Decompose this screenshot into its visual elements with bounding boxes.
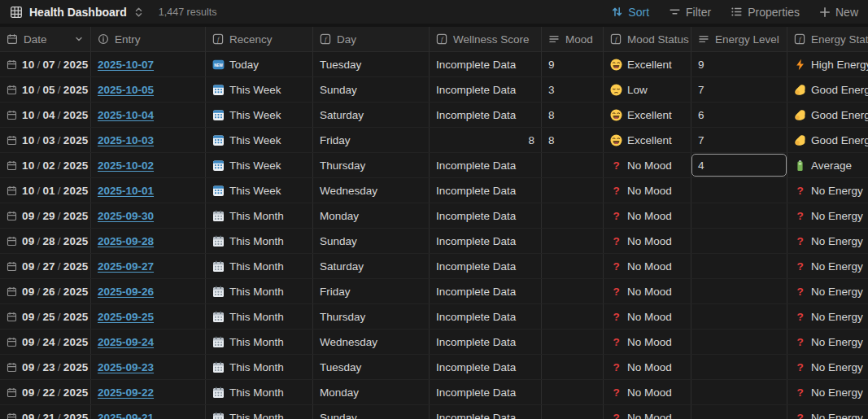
cell-mood-status[interactable]: ?No Mood [604, 178, 691, 203]
cell-mood-status[interactable]: ?No Mood [604, 254, 691, 278]
cell-date[interactable]: 09/22/2025 [0, 380, 91, 404]
cell-energy-level[interactable]: 7 [691, 77, 787, 102]
column-header-entry[interactable]: Entry [91, 27, 206, 51]
cell-mood-status[interactable]: ?No Mood [604, 153, 691, 177]
cell-energy-status[interactable]: Good Energy [787, 103, 868, 127]
cell-entry[interactable]: 2025-10-05 [91, 77, 206, 102]
column-header-energy-status[interactable]: fEnergy Status [787, 27, 868, 51]
cell-energy-status[interactable]: Average [787, 153, 868, 177]
cell-wellness-score[interactable]: Incomplete Data [430, 279, 542, 303]
cell-entry[interactable]: 2025-10-01 [91, 178, 206, 203]
cell-energy-status[interactable]: ?No Energy [787, 304, 868, 329]
cell-recency[interactable]: This Week [206, 178, 313, 203]
cell-mood-status[interactable]: ?No Mood [604, 229, 691, 253]
cell-entry[interactable]: 2025-09-22 [91, 380, 206, 404]
cell-day[interactable]: Monday [313, 203, 430, 228]
column-header-energy-level[interactable]: Energy Level [691, 27, 787, 51]
cell-mood[interactable] [542, 380, 604, 404]
cell-energy-status[interactable]: ?No Energy [787, 330, 868, 354]
cell-mood[interactable] [542, 254, 604, 278]
cell-date[interactable]: 10/05/2025 [0, 77, 91, 102]
cell-energy-level[interactable] [691, 330, 787, 354]
column-header-wellness-score[interactable]: fWellness Score [430, 27, 542, 51]
cell-entry[interactable]: 2025-09-23 [91, 355, 206, 379]
cell-entry[interactable]: 2025-10-04 [91, 103, 206, 127]
cell-energy-status[interactable]: ?No Energy [787, 229, 868, 253]
cell-energy-status[interactable]: Good Energy [787, 128, 868, 152]
cell-wellness-score[interactable]: Incomplete Data [430, 229, 542, 253]
cell-wellness-score[interactable]: Incomplete Data [430, 380, 542, 404]
cell-date[interactable]: 10/01/2025 [0, 178, 91, 203]
cell-energy-level-selected[interactable]: 4 [691, 153, 787, 177]
cell-recency[interactable]: This Month [206, 203, 313, 228]
cell-mood-status[interactable]: Excellent [604, 103, 691, 127]
properties-button[interactable]: Properties [731, 6, 800, 19]
cell-recency[interactable]: This Month [206, 380, 313, 404]
entry-link[interactable]: 2025-10-04 [98, 109, 154, 121]
cell-wellness-score[interactable]: Incomplete Data [430, 52, 542, 76]
cell-day[interactable]: Thursday [313, 153, 430, 177]
cell-energy-status[interactable]: ?No Energy [787, 380, 868, 404]
cell-recency[interactable]: This Week [206, 77, 313, 102]
entry-link[interactable]: 2025-09-26 [98, 286, 154, 298]
cell-mood[interactable] [542, 330, 604, 354]
cell-day[interactable]: Sunday [313, 77, 430, 102]
cell-mood-status[interactable]: ?No Mood [604, 330, 691, 354]
cell-mood[interactable] [542, 153, 604, 177]
cell-recency[interactable]: This Month [206, 330, 313, 354]
cell-energy-status[interactable]: ?No Energy [787, 254, 868, 278]
entry-link[interactable]: 2025-10-02 [98, 159, 154, 172]
entry-link[interactable]: 2025-09-23 [98, 361, 154, 373]
cell-date[interactable]: 09/26/2025 [0, 279, 91, 303]
cell-energy-status[interactable]: ?No Energy [787, 178, 868, 203]
cell-wellness-score[interactable]: Incomplete Data [430, 178, 542, 203]
cell-date[interactable]: 09/29/2025 [0, 203, 91, 228]
cell-entry[interactable]: 2025-09-21 [91, 405, 206, 419]
cell-day[interactable]: Tuesday [313, 355, 430, 379]
cell-energy-level[interactable] [691, 355, 787, 379]
cell-date[interactable]: 09/23/2025 [0, 355, 91, 379]
cell-energy-level[interactable] [691, 405, 787, 419]
view-switcher-icon[interactable] [133, 7, 144, 18]
cell-mood-status[interactable]: ?No Mood [604, 203, 691, 228]
cell-energy-level[interactable] [691, 254, 787, 278]
column-header-mood[interactable]: Mood [542, 27, 604, 51]
cell-mood[interactable] [542, 178, 604, 203]
entry-link[interactable]: 2025-09-27 [98, 260, 154, 273]
entry-link[interactable]: 2025-09-22 [98, 386, 154, 399]
cell-date[interactable]: 10/02/2025 [0, 153, 91, 177]
cell-recency[interactable]: This Month [206, 355, 313, 379]
cell-mood-status[interactable]: Excellent [604, 52, 691, 76]
cell-mood[interactable] [542, 355, 604, 379]
cell-mood-status[interactable]: ?No Mood [604, 355, 691, 379]
cell-mood-status[interactable]: ?No Mood [604, 380, 691, 404]
cell-energy-status[interactable]: High Energy [787, 52, 868, 76]
cell-day[interactable]: Thursday [313, 304, 430, 329]
entry-link[interactable]: 2025-10-03 [98, 134, 154, 146]
cell-recency[interactable]: This Month [206, 405, 313, 419]
column-header-date[interactable]: Date [0, 27, 91, 51]
cell-date[interactable]: 10/03/2025 [0, 128, 91, 152]
cell-day[interactable]: Friday [313, 279, 430, 303]
cell-day[interactable]: Sunday [313, 229, 430, 253]
cell-energy-level[interactable]: 7 [691, 128, 787, 152]
cell-wellness-score[interactable]: Incomplete Data [430, 103, 542, 127]
cell-energy-status[interactable]: ?No Energy [787, 355, 868, 379]
cell-energy-status[interactable]: ?No Energy [787, 405, 868, 419]
cell-wellness-score[interactable]: Incomplete Data [430, 203, 542, 228]
cell-energy-status[interactable]: ?No Energy [787, 203, 868, 228]
cell-recency[interactable]: This Month [206, 304, 313, 329]
cell-energy-level[interactable] [691, 304, 787, 329]
filter-button[interactable]: Filter [669, 6, 711, 19]
cell-day[interactable]: Monday [313, 380, 430, 404]
cell-date[interactable]: 09/24/2025 [0, 330, 91, 354]
cell-mood-status[interactable]: Low [604, 77, 691, 102]
cell-day[interactable]: Wednesday [313, 178, 430, 203]
entry-link[interactable]: 2025-09-28 [98, 235, 154, 247]
cell-energy-level[interactable] [691, 380, 787, 404]
cell-mood[interactable] [542, 405, 604, 419]
entry-link[interactable]: 2025-09-24 [98, 336, 154, 348]
cell-recency[interactable]: NEWToday [206, 52, 313, 76]
entry-link[interactable]: 2025-09-30 [98, 210, 154, 222]
cell-energy-status[interactable]: ?No Energy [787, 279, 868, 303]
